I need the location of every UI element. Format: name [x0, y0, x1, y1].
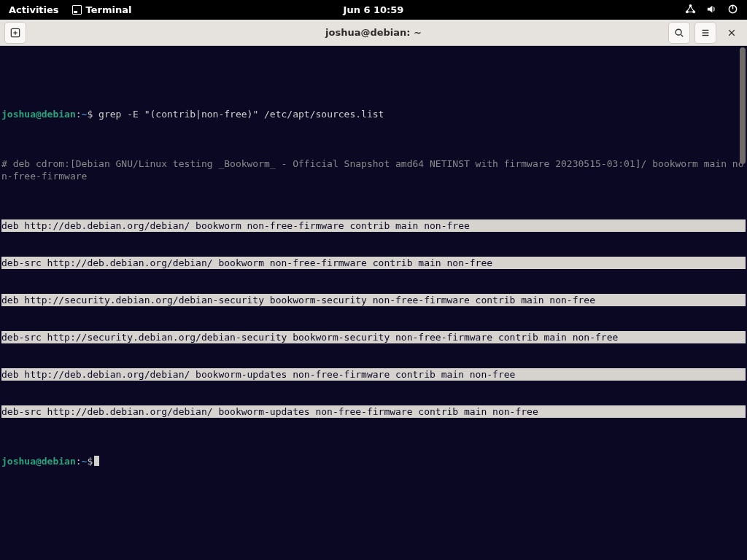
power-icon[interactable]: [727, 4, 738, 17]
prompt-symbol: $: [87, 109, 93, 120]
terminal-output-line: deb-src http://security.debian.org/debia…: [1, 331, 746, 343]
terminal-output-line: deb http://security.debian.org/debian-se…: [1, 294, 746, 306]
scrollbar[interactable]: [738, 46, 747, 560]
terminal-window: joshua@debian: ~ joshua@debian:~$ grep -…: [0, 20, 747, 560]
active-app-name: Terminal: [86, 4, 132, 15]
gnome-topbar: Activities Terminal Jun 6 10:59: [0, 0, 747, 20]
activities-button[interactable]: Activities: [9, 4, 59, 15]
clock[interactable]: Jun 6 10:59: [344, 4, 404, 15]
hamburger-menu-button[interactable]: [694, 22, 716, 44]
svg-line-9: [681, 34, 684, 36]
active-app-indicator[interactable]: Terminal: [72, 4, 132, 15]
terminal-icon: [72, 5, 82, 15]
terminal-viewport[interactable]: joshua@debian:~$ grep -E "(contrib|non-f…: [0, 46, 747, 560]
command-text: grep -E "(contrib|non-free)" /etc/apt/so…: [98, 109, 384, 120]
terminal-output-line: deb http://deb.debian.org/debian/ bookwo…: [1, 368, 746, 381]
terminal-output-line: # deb cdrom:[Debian GNU/Linux testing _B…: [1, 158, 746, 182]
cursor: [94, 456, 99, 466]
volume-icon[interactable]: [706, 4, 717, 17]
window-titlebar: joshua@debian: ~: [0, 20, 747, 46]
terminal-output-line: deb-src http://deb.debian.org/debian/ bo…: [1, 405, 746, 418]
scrollbar-thumb[interactable]: [740, 47, 746, 164]
svg-point-8: [676, 29, 681, 35]
network-icon[interactable]: [685, 4, 696, 17]
terminal-output-line: deb http://deb.debian.org/debian/ bookwo…: [1, 219, 746, 232]
terminal-line: joshua@debian:~$ grep -E "(contrib|non-f…: [1, 108, 746, 120]
prompt-user-host: joshua@debian: [1, 109, 76, 120]
new-tab-button[interactable]: [4, 22, 26, 44]
terminal-prompt-line: joshua@debian:~$: [1, 455, 746, 467]
search-button[interactable]: [668, 22, 690, 44]
close-button[interactable]: [721, 22, 743, 44]
terminal-output-line: deb-src http://deb.debian.org/debian/ bo…: [1, 257, 746, 269]
window-title: joshua@debian: ~: [0, 27, 747, 38]
